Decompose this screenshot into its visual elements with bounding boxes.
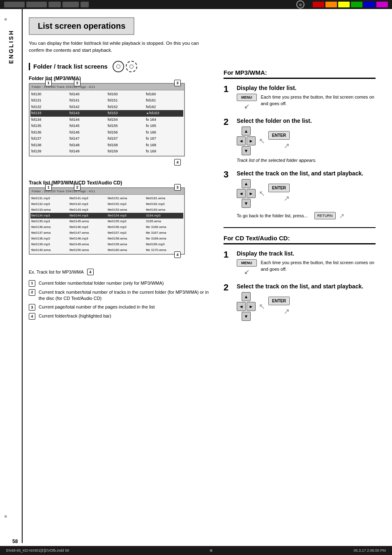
right-arrow-btn-3[interactable]: ► bbox=[247, 189, 256, 198]
folder-list-label: Folder list (MP3/WMA) bbox=[29, 76, 213, 81]
footer-circle: ⊕ bbox=[210, 548, 213, 553]
sidebar: ⊕ ENGLISH ⊕ bbox=[0, 9, 23, 543]
left-arrow-btn-3[interactable]: ◄ bbox=[237, 189, 246, 198]
folder-cell: fol148 bbox=[69, 142, 107, 149]
mp3-step-2-controls: ▲ ◄ ► ▼ ↖ ENTER ↗ bbox=[237, 127, 376, 155]
down-arrow-btn-3[interactable]: ▼ bbox=[242, 199, 251, 208]
track-cell: file 3168.wma bbox=[145, 236, 183, 242]
track-cell-highlighted: file0144.mp3 bbox=[69, 213, 107, 219]
go-back-text: To go back to the folder list, press... bbox=[237, 212, 308, 219]
track-screen-header: Folder : 169/220 Track 154/198 Page : 4/… bbox=[30, 188, 184, 195]
two-col-layout: Folder / track list screens Folder list … bbox=[29, 61, 384, 339]
mp3-step-1: 1 Display the folder list. MENU ↙ Each t… bbox=[224, 85, 376, 110]
subsection-header: Folder / track list screens bbox=[29, 61, 213, 72]
down-arrow-btn[interactable]: ▼ bbox=[242, 146, 251, 155]
main-content: List screen operations You can display t… bbox=[23, 9, 392, 543]
enter-button[interactable]: ENTER bbox=[268, 131, 290, 140]
folder-cell: fol150 bbox=[107, 91, 145, 98]
color-green bbox=[351, 2, 362, 7]
cd-nav-arrows: ▲ ◄ ► ▼ bbox=[237, 292, 256, 321]
track-cell: file0146.mp3 bbox=[69, 224, 107, 230]
cd-right-arrow[interactable]: ► bbox=[247, 302, 256, 311]
folder-cell: fol131 bbox=[30, 97, 69, 104]
enter-button-3[interactable]: ENTER bbox=[268, 184, 290, 192]
mp3-step-2-title: Select the folder on the list. bbox=[237, 117, 376, 124]
right-arrow-btn[interactable]: ► bbox=[247, 136, 256, 145]
folder-cell: fo 166 bbox=[145, 129, 183, 136]
folder-cell: fo 167 bbox=[145, 136, 183, 142]
color-orange bbox=[325, 2, 337, 7]
top-bar-left bbox=[4, 2, 296, 7]
track-cell: file0161.wma bbox=[145, 196, 183, 201]
cd-enter-button[interactable]: ENTER bbox=[268, 297, 290, 305]
mp3-step-2-content: Select the folder on the list. ▲ ◄ ► ▼ bbox=[237, 117, 376, 163]
track-cell: file0156.mp3 bbox=[107, 224, 145, 230]
track-cell-highlighted: 3164.mp3 bbox=[145, 213, 183, 219]
enter-group-3: ENTER ↗ bbox=[268, 184, 290, 203]
track-screen-mockup: Folder : 169/220 Track 154/198 Page : 4/… bbox=[29, 187, 185, 255]
cd-step-1-text: Each time you press the button, the list… bbox=[261, 259, 376, 273]
disc-icon-2 bbox=[126, 61, 137, 72]
track-cell: file0163.wma bbox=[145, 207, 183, 213]
track-cell: file0139.mp3 bbox=[30, 242, 69, 247]
for-mp3-title: For MP3/WMA: bbox=[224, 69, 376, 79]
return-button[interactable]: RETURN bbox=[314, 212, 336, 219]
cd-step-2-content: Select the track on the list, and start … bbox=[237, 283, 376, 323]
sidebar-circle-bottom: ⊕ bbox=[4, 514, 7, 518]
track-cell: file0145.wma bbox=[69, 219, 107, 224]
track-cell: file0143.mp3 bbox=[69, 207, 107, 213]
cd-menu-button[interactable]: MENU bbox=[237, 259, 257, 267]
mp3-step-2: 2 Select the folder on the list. ▲ ◄ ► bbox=[224, 117, 376, 163]
track-cell: file0131.mp3 bbox=[30, 196, 69, 201]
cd-down-arrow[interactable]: ▼ bbox=[242, 312, 251, 321]
section-title: List screen operations bbox=[38, 21, 125, 31]
folder-cell: fol152 bbox=[107, 104, 145, 111]
folder-cell: fol142 bbox=[69, 104, 107, 111]
cd-step-2: 2 Select the track on the list, and star… bbox=[224, 283, 376, 323]
cd-up-arrow[interactable]: ▲ bbox=[242, 292, 251, 301]
ex-label: Ex. Track list for MP3/WMA bbox=[29, 269, 84, 274]
track-cell: file0148.mp3 bbox=[69, 236, 107, 242]
legend-text-2: Current track number/total number of tra… bbox=[39, 289, 213, 302]
cursor-icon: ↖ bbox=[259, 136, 265, 145]
folder-cell: fol130 bbox=[30, 91, 69, 98]
track-cell: file0160.wma bbox=[107, 247, 145, 253]
badge-2-track: 2 bbox=[74, 184, 81, 191]
cursor-icon-3: ↖ bbox=[259, 189, 265, 198]
page-number: 58 bbox=[12, 539, 18, 544]
cd-curved-arrow: ↙ bbox=[244, 268, 249, 276]
lr-arrows: ◄ ► bbox=[237, 136, 256, 145]
folder-screen-mockup: Folder : 153/440 Track 154/198 Page : 4/… bbox=[29, 83, 185, 157]
track-cell: file0141.mp3 bbox=[69, 196, 107, 201]
folder-cell: fol138 bbox=[30, 142, 69, 149]
track-cell-highlighted: file0154.mp3 bbox=[107, 213, 145, 219]
track-cell: file0140.wma bbox=[30, 247, 69, 253]
track-cell: file0137.wma bbox=[30, 230, 69, 236]
up-arrow-btn[interactable]: ▲ bbox=[242, 127, 251, 136]
left-arrow-btn[interactable]: ◄ bbox=[237, 136, 246, 145]
cd-step-2-title: Select the track on the list, and start … bbox=[237, 283, 376, 290]
cd-left-arrow[interactable]: ◄ bbox=[237, 302, 246, 311]
go-back-row: To go back to the folder list, press... … bbox=[237, 212, 376, 220]
cursor-icon-5: ↗ bbox=[339, 212, 344, 220]
legend-item-1: 1 Current folder number/total folder num… bbox=[29, 280, 213, 287]
track-cell: file0150.wma bbox=[69, 247, 107, 253]
folder-cell: fol155 bbox=[107, 123, 145, 129]
folder-cell: fol147 bbox=[69, 136, 107, 142]
folder-screen-content: fol130 fol140 fol150 fol160 fol131 fol14… bbox=[30, 90, 184, 156]
ex-label-row: Ex. Track list for MP3/WMA 4 bbox=[29, 269, 213, 275]
mp3-step-3-content: Select the track on the list, and start … bbox=[237, 170, 376, 220]
up-arrow-btn-3[interactable]: ▲ bbox=[242, 179, 251, 188]
folder-info: Folder : 153/440 Track 154/198 Page : 4/… bbox=[32, 85, 95, 89]
folder-cell: fol145 bbox=[69, 123, 107, 129]
track-cell: file0151.wma bbox=[107, 196, 145, 201]
intro-text: You can display the folder list/track li… bbox=[29, 40, 201, 54]
track-info: Folder : 169/220 Track 154/198 Page : 4/… bbox=[32, 189, 95, 193]
mp3-step-1-title: Display the folder list. bbox=[237, 85, 376, 91]
badge-1-folder: 1 bbox=[45, 80, 52, 86]
track-list-label: Track list (MP3/WMA/CD Text/Audio CD) bbox=[29, 180, 213, 186]
cd-step-2-number: 2 bbox=[224, 283, 232, 292]
mp3-step-3-controls: ▲ ◄ ► ▼ ↖ ENTER ↗ bbox=[237, 179, 376, 208]
menu-button[interactable]: MENU bbox=[237, 94, 257, 101]
track-cell: file0149.wma bbox=[69, 242, 107, 247]
